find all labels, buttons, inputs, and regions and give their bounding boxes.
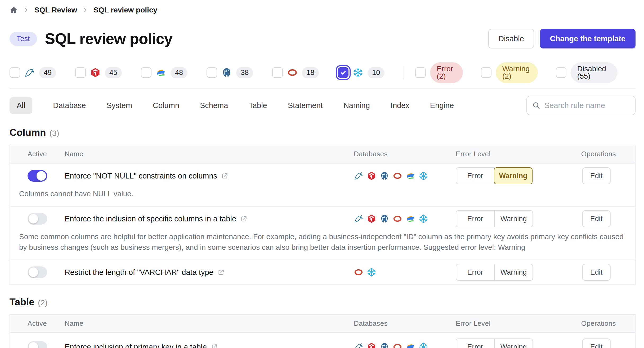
edit-button[interactable]: Edit	[582, 264, 611, 281]
oceanbase-icon	[406, 214, 415, 224]
rule-name[interactable]: Restrict the length of "VARCHAR" data ty…	[65, 268, 213, 277]
table-row: Enforce the inclusion of specific column…	[10, 206, 635, 260]
level-filter-error[interactable]: Error (2)	[415, 62, 463, 83]
engine-filter-snowflake[interactable]: 10	[338, 67, 384, 78]
error-level-control: Error Warning	[456, 264, 558, 281]
error-level-error-button[interactable]: Error	[456, 167, 494, 184]
tidb-checkbox[interactable]	[75, 67, 86, 78]
active-toggle[interactable]	[28, 266, 47, 278]
rule-databases	[354, 171, 456, 181]
tab-naming[interactable]: Naming	[343, 97, 370, 114]
tab-engine[interactable]: Engine	[430, 97, 454, 114]
change-template-button[interactable]: Change the template	[540, 29, 636, 48]
tidb-icon	[367, 171, 376, 181]
rule-description: Some common columns are helpful for bett…	[10, 231, 635, 260]
oracle-count-badge: 18	[302, 67, 319, 78]
mysql-icon	[354, 171, 363, 181]
disable-button[interactable]: Disable	[488, 29, 534, 48]
postgresql-icon	[380, 342, 389, 348]
edit-button[interactable]: Edit	[582, 338, 611, 348]
error-filter-pill: Error (2)	[430, 62, 463, 83]
engine-filter-mysql[interactable]: 49	[10, 67, 56, 78]
tab-column[interactable]: Column	[153, 97, 179, 114]
snowflake-icon	[419, 342, 428, 348]
tab-system[interactable]: System	[106, 97, 132, 114]
error-level-warning-button[interactable]: Warning	[494, 264, 533, 281]
postgresql-checkbox[interactable]	[207, 67, 217, 78]
active-toggle[interactable]	[28, 170, 47, 182]
tab-schema[interactable]: Schema	[200, 97, 228, 114]
oracle-icon	[393, 342, 402, 348]
breadcrumb: SQL Review SQL review policy	[10, 0, 636, 16]
tab-table[interactable]: Table	[249, 97, 267, 114]
oracle-icon	[393, 171, 402, 181]
error-level-warning-button[interactable]: Warning	[494, 210, 533, 227]
rule-name[interactable]: Enforce "NOT NULL" constraints on column…	[65, 172, 217, 180]
postgresql-icon	[380, 214, 389, 224]
page-title: SQL review policy	[45, 31, 173, 46]
external-link-icon[interactable]	[217, 269, 225, 276]
warning-filter-pill: Warning (2)	[496, 62, 538, 83]
search-input[interactable]	[526, 96, 636, 115]
engine-filter-postgresql[interactable]: 38	[207, 67, 253, 78]
breadcrumb-sql-review[interactable]: SQL Review	[34, 6, 77, 14]
edit-button[interactable]: Edit	[582, 167, 611, 184]
tab-all[interactable]: All	[10, 97, 32, 114]
search-box	[526, 96, 636, 115]
snowflake-checkbox[interactable]	[338, 67, 348, 78]
table-row: Enforce "NOT NULL" constraints on column…	[10, 163, 635, 206]
snowflake-icon	[353, 67, 363, 78]
external-link-icon[interactable]	[211, 343, 218, 348]
filter-divider	[404, 66, 404, 79]
tab-database[interactable]: Database	[53, 97, 86, 114]
tidb-icon	[367, 214, 376, 224]
rule-name[interactable]: Enforce inclusion of primary key in a ta…	[65, 343, 207, 348]
disabled-filter-pill: Disabled (55)	[571, 62, 618, 83]
chevron-right-icon	[82, 7, 88, 13]
engine-filter-tidb[interactable]: 45	[75, 67, 122, 78]
active-toggle[interactable]	[28, 213, 47, 225]
error-level-error-button[interactable]: Error	[456, 338, 494, 348]
oracle-checkbox[interactable]	[272, 67, 283, 78]
home-icon[interactable]	[10, 6, 18, 14]
table-header-row: Active Name Databases Error Level Operat…	[10, 145, 635, 163]
section-title-table: Table (2)	[10, 297, 636, 309]
column-rules-table: Active Name Databases Error Level Operat…	[10, 145, 636, 285]
filter-bar: 49 45 48 38 18 10 Er	[10, 63, 636, 83]
oceanbase-checkbox[interactable]	[141, 67, 151, 78]
error-checkbox[interactable]	[415, 67, 426, 78]
error-level-warning-button[interactable]: Warning	[494, 338, 533, 348]
section-title-column: Column (3)	[10, 127, 636, 139]
error-level-error-button[interactable]: Error	[456, 210, 494, 227]
rule-name[interactable]: Enforce the inclusion of specific column…	[65, 215, 236, 223]
edit-button[interactable]: Edit	[582, 210, 611, 227]
tidb-icon	[90, 67, 101, 78]
tab-statement[interactable]: Statement	[288, 97, 323, 114]
external-link-icon[interactable]	[240, 215, 247, 222]
table-row: Restrict the length of "VARCHAR" data ty…	[10, 260, 635, 284]
engine-filter-oracle[interactable]: 18	[272, 67, 319, 78]
oracle-icon	[393, 214, 402, 224]
error-level-warning-button[interactable]: Warning	[494, 167, 533, 184]
level-filter-warning[interactable]: Warning (2)	[481, 62, 538, 83]
error-level-error-button[interactable]: Error	[456, 264, 494, 281]
rule-description: Columns cannot have NULL value.	[10, 188, 635, 206]
snowflake-count-badge: 10	[368, 67, 384, 78]
oceanbase-icon	[406, 342, 415, 348]
tab-index[interactable]: Index	[391, 97, 409, 114]
active-toggle[interactable]	[28, 341, 47, 348]
table-header-row: Active Name Databases Error Level Operat…	[10, 315, 635, 333]
error-level-control: Error Warning	[456, 167, 558, 184]
postgresql-icon	[221, 67, 232, 78]
rule-databases	[354, 342, 456, 348]
mysql-checkbox[interactable]	[10, 67, 20, 78]
postgresql-count-badge: 38	[236, 67, 253, 78]
external-link-icon[interactable]	[221, 172, 228, 180]
table-rules-table: Active Name Databases Error Level Operat…	[10, 314, 636, 348]
tidb-count-badge: 45	[105, 67, 122, 78]
disabled-checkbox[interactable]	[556, 67, 566, 78]
level-filter-disabled[interactable]: Disabled (55)	[556, 62, 618, 83]
engine-filter-oceanbase[interactable]: 48	[141, 67, 187, 78]
warning-checkbox[interactable]	[481, 67, 491, 78]
page-header: Test SQL review policy Disable Change th…	[10, 28, 636, 50]
